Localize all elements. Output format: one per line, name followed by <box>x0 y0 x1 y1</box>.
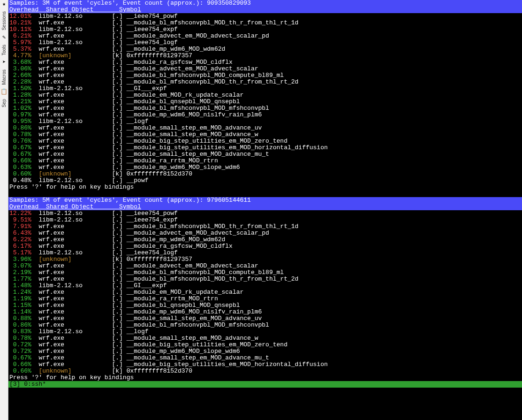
perf-row[interactable]: 0.66% wrf.exe [.] __module_ra_rrtm_MOD_r… <box>8 158 522 164</box>
perf-row[interactable]: 5.97% libm-2.12.so [.] __ieee754_logf <box>8 39 522 46</box>
perf-row[interactable]: 0.67% wrf.exe [.] __module_small_step_em… <box>8 355 522 361</box>
perf-row[interactable]: 9.51% libm-2.12.so [.] __ieee754_expf <box>8 217 522 223</box>
perf-row[interactable]: 1.77% wrf.exe [.] __module_bl_mfshconvpb… <box>8 276 522 283</box>
symbol-origin: [.] <box>112 289 126 296</box>
perf-row[interactable]: 2.66% wrf.exe [.] __module_bl_mfshconvpb… <box>8 72 522 79</box>
symbol-name: __module_ra_gsfcsw_MOD_cldflx <box>127 243 233 250</box>
perf-row[interactable]: 1.21% wrf.exe [.] __module_bl_qnsepbl_MO… <box>8 99 522 105</box>
overhead-percent: 12.01% <box>9 13 31 20</box>
symbol-name: __ieee754_powf <box>127 210 178 217</box>
symbol-name: __logf <box>127 328 149 335</box>
symbol-origin: [.] <box>112 92 126 99</box>
symbol-name: __module_bl_mfshconvpbl_MOD_mfshconvpbl <box>127 105 269 112</box>
overhead-percent: 3.06% <box>9 65 31 72</box>
macros-tab[interactable]: Macros <box>1 69 8 85</box>
shared-object: wrf.exe <box>38 243 112 250</box>
perf-row[interactable]: 12.22% libm-2.12.so [.] __ieee754_powf <box>8 210 522 217</box>
perf-row[interactable]: 3.68% wrf.exe [.] __module_ra_gsfcsw_MOD… <box>8 59 522 66</box>
perf-row[interactable]: 0.78% wrf.exe [.] __module_small_step_em… <box>8 335 522 342</box>
perf-row[interactable]: 0.63% wrf.exe [.] __module_mp_wdm6_MOD_s… <box>8 164 522 171</box>
symbol-origin: [.] <box>112 210 126 217</box>
symbol-origin: [.] <box>112 361 126 368</box>
overhead-percent: 3.07% <box>9 262 31 269</box>
symbol-name: __module_em_MOD_rk_update_scalar <box>127 92 244 99</box>
perf-row[interactable]: 10.11% libm-2.12.so [.] __ieee754_expf <box>8 26 522 33</box>
perf-row[interactable]: 1.50% libm-2.12.so [.] __GI___expf <box>8 85 522 92</box>
perf-row[interactable]: 0.66% [unknown] [k] 0xffffffff8152d370 <box>8 368 522 374</box>
star-icon[interactable]: ★ <box>1 1 8 8</box>
shared-object: [unknown] <box>38 170 112 177</box>
perf-row[interactable]: 10.21% wrf.exe [.] __module_bl_mfshconvp… <box>8 20 522 26</box>
overhead-percent: 1.77% <box>9 275 31 283</box>
symbol-origin: [.] <box>112 59 126 66</box>
perf-row[interactable]: 2.28% wrf.exe [.] __module_bl_mfshconvpb… <box>8 79 522 85</box>
perf-row[interactable]: 1.02% wrf.exe [.] __module_bl_mfshconvpb… <box>8 105 522 112</box>
shared-object: wrf.exe <box>38 229 112 237</box>
perf-row[interactable]: 5.17% libm-2.12.so [.] __ieee754_logf <box>8 250 522 256</box>
overhead-percent: 10.11% <box>9 26 31 33</box>
clipboard-icon[interactable]: 📋 <box>1 89 8 95</box>
perf-row[interactable]: 0.67% wrf.exe [.] __module_small_step_em… <box>8 151 522 158</box>
perf-row[interactable]: 0.86% wrf.exe [.] __module_small_step_em… <box>8 125 522 131</box>
perf-row[interactable]: 6.43% wrf.exe [.] __module_advect_em_MOD… <box>8 230 522 237</box>
overhead-percent: 0.63% <box>9 164 31 171</box>
shared-object: libm-2.12.so <box>38 26 112 33</box>
perf-row[interactable]: 7.91% wrf.exe [.] __module_bl_mfshconvpb… <box>8 223 522 230</box>
symbol-name: __module_small_step_em_MOD_advance_w <box>127 335 258 342</box>
overhead-percent: 10.21% <box>9 19 31 26</box>
perf-row[interactable]: 5.37% wrf.exe [.] __module_mp_wdm6_MOD_w… <box>8 46 522 53</box>
perf-row[interactable]: 0.66% wrf.exe [.] __module_big_step_util… <box>8 361 522 368</box>
perf-row[interactable]: 6.17% wrf.exe [.] __module_ra_gsfcsw_MOD… <box>8 243 522 250</box>
perf-row[interactable]: 1.15% wrf.exe [.] __module_bl_qnsepbl_MO… <box>8 302 522 309</box>
shared-object: libm-2.12.so <box>38 13 112 20</box>
perf-report-pane-top[interactable]: Samples: 3M of event 'cycles', Event cou… <box>8 0 522 191</box>
play-icon[interactable]: ➤ <box>1 59 8 66</box>
perf-row[interactable]: 0.72% wrf.exe [.] __module_big_step_util… <box>8 342 522 348</box>
symbol-origin: [.] <box>112 72 126 79</box>
symbol-name: __module_big_step_utilities_em_MOD_horiz… <box>127 144 328 151</box>
pencil-icon[interactable]: ✎ <box>1 34 8 41</box>
perf-row[interactable]: 1.14% wrf.exe [.] __module_mp_wdm6_MOD_n… <box>8 309 522 315</box>
perf-row[interactable]: 0.97% wrf.exe [.] __module_mp_wdm6_MOD_n… <box>8 112 522 118</box>
perf-row[interactable]: 3.06% wrf.exe [.] __module_advect_em_MOD… <box>8 66 522 72</box>
overhead-percent: 0.76% <box>9 137 31 145</box>
perf-row[interactable]: 0.60% [unknown] [k] 0xffffffff8152d370 <box>8 171 522 177</box>
perf-row[interactable]: 12.01% libm-2.12.so [.] __ieee754_powf <box>8 13 522 20</box>
perf-row[interactable]: 3.07% wrf.exe [.] __module_advect_em_MOD… <box>8 263 522 269</box>
perf-row[interactable]: 0.83% libm-2.12.so [.] __logf <box>8 328 522 335</box>
symbol-origin: [.] <box>112 137 126 145</box>
symbol-name: __module_bl_mfshconvpbl_MOD_th_r_from_th… <box>127 275 299 283</box>
perf-row[interactable]: 0.78% wrf.exe [.] __module_small_step_em… <box>8 131 522 138</box>
perf-row[interactable]: 0.86% wrf.exe [.] __module_bl_mfshconvpb… <box>8 322 522 328</box>
tmux-status-bar[interactable]: [3] 0:ssh* <box>8 381 522 388</box>
perf-row[interactable]: 6.21% wrf.exe [.] __module_advect_em_MOD… <box>8 33 522 39</box>
symbol-origin: [.] <box>112 78 126 85</box>
overhead-percent: 1.21% <box>9 98 31 105</box>
perf-row[interactable]: 1.48% libm-2.12.so [.] __GI___expf <box>8 283 522 289</box>
perf-row[interactable]: 0.76% wrf.exe [.] __module_big_step_util… <box>8 138 522 145</box>
symbol-origin: [.] <box>112 164 126 171</box>
perf-row[interactable]: 3.96% [unknown] [k] 0xffffffff81297357 <box>8 256 522 263</box>
perf-row[interactable]: 1.19% wrf.exe [.] __module_ra_rrtm_MOD_r… <box>8 296 522 302</box>
perf-row[interactable]: 2.19% wrf.exe [.] __module_bl_mfshconvpb… <box>8 269 522 276</box>
sessions-tab[interactable]: Sessions <box>1 11 8 31</box>
sep-tab[interactable]: Sep <box>1 99 8 107</box>
perf-row[interactable]: 4.77% [unknown] [k] 0xffffffff81297357 <box>8 53 522 59</box>
perf-row[interactable]: 1.28% wrf.exe [.] __module_em_MOD_rk_upd… <box>8 92 522 99</box>
shared-object: wrf.exe <box>38 321 112 328</box>
perf-row[interactable]: 6.22% wrf.exe [.] __module_mp_wdm6_MOD_w… <box>8 237 522 243</box>
overhead-percent: 6.43% <box>9 229 31 237</box>
perf-row[interactable]: 0.67% wrf.exe [.] __module_big_step_util… <box>8 145 522 151</box>
shared-object: wrf.exe <box>38 361 112 368</box>
tools-tab[interactable]: Tools <box>1 45 8 55</box>
perf-row[interactable]: 1.24% wrf.exe [.] __module_em_MOD_rk_upd… <box>8 289 522 296</box>
perf-row[interactable]: 0.88% wrf.exe [.] __module_small_step_em… <box>8 315 522 322</box>
perf-row[interactable]: 0.72% wrf.exe [.] __module_mp_wdm6_MOD_s… <box>8 348 522 355</box>
symbol-name: __module_bl_mfshconvpbl_MOD_compute_bl89… <box>127 269 284 276</box>
perf-row[interactable]: 0.95% libm-2.12.so [.] __logf <box>8 118 522 125</box>
rows-container: 12.22% libm-2.12.so [.] __ieee754_powf 9… <box>8 210 522 374</box>
perf-report-pane-bottom[interactable]: Samples: 5M of event 'cycles', Event cou… <box>8 197 522 381</box>
overhead-percent: 2.19% <box>9 269 31 276</box>
perf-row[interactable]: 0.48% libm-2.12.so [.] __powf <box>8 177 522 184</box>
symbol-name: __module_bl_mfshconvpbl_MOD_th_r_from_th… <box>127 223 299 230</box>
